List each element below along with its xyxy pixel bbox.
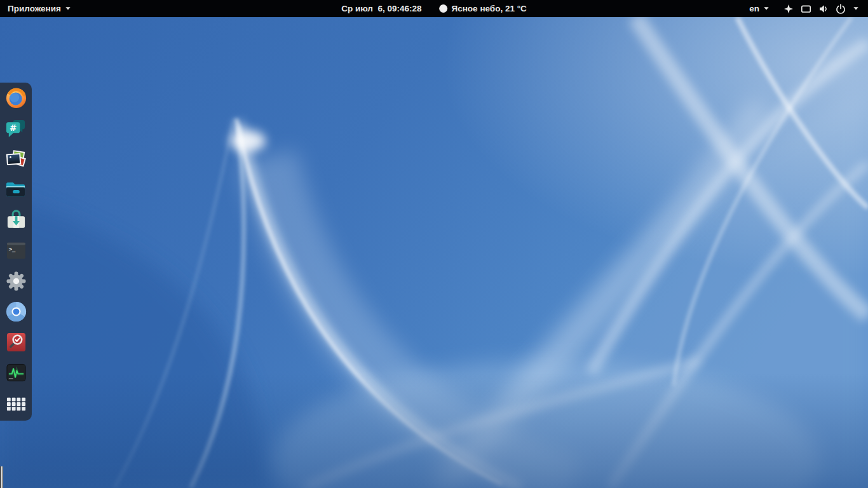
dock-item-system-monitor[interactable] bbox=[0, 357, 32, 388]
dock-item-files[interactable] bbox=[0, 174, 32, 205]
chromium-icon bbox=[5, 301, 27, 323]
svg-text:#: # bbox=[9, 122, 16, 132]
display-icon bbox=[801, 4, 811, 14]
dock-item-photos[interactable] bbox=[0, 144, 32, 174]
polari-chat-icon: # bbox=[5, 118, 27, 140]
weather-label: Ясное небо, 21 °C bbox=[452, 4, 527, 13]
software-bag-icon bbox=[5, 209, 27, 231]
photos-stack-icon bbox=[5, 148, 27, 170]
show-applications-grid-icon bbox=[5, 392, 27, 414]
chevron-down-icon bbox=[853, 6, 859, 11]
dock-item-polari[interactable]: # bbox=[0, 113, 32, 144]
dock-item-settings[interactable] bbox=[0, 266, 32, 296]
weather-button[interactable]: Ясное небо, 21 °C bbox=[432, 0, 534, 17]
keyboard-layout-label: en bbox=[749, 4, 759, 13]
dock-item-software[interactable] bbox=[0, 205, 32, 235]
keyboard-layout-button[interactable]: en bbox=[744, 0, 775, 17]
clock-label: Ср июл 6, 09:46:28 bbox=[341, 4, 421, 13]
files-folder-icon bbox=[5, 179, 27, 201]
clear-sky-icon bbox=[440, 4, 448, 13]
dock: # >_ bbox=[0, 83, 32, 421]
dock-item-firefox[interactable] bbox=[0, 83, 32, 113]
settings-gear-icon bbox=[5, 270, 27, 292]
window-edge-sliver bbox=[0, 466, 3, 488]
selinux-alert-icon bbox=[5, 331, 27, 353]
power-icon bbox=[836, 4, 846, 14]
clock-button[interactable]: Ср июл 6, 09:46:28 bbox=[334, 0, 429, 17]
dock-item-terminal[interactable]: >_ bbox=[0, 235, 32, 266]
top-bar: Приложения Ср июл 6, 09:46:28 Ясное небо… bbox=[0, 0, 868, 17]
location-icon bbox=[783, 4, 794, 14]
applications-menu-label: Приложения bbox=[8, 4, 61, 13]
system-menu-button[interactable] bbox=[775, 0, 864, 17]
terminal-icon: >_ bbox=[5, 240, 27, 262]
firefox-icon bbox=[5, 87, 27, 109]
applications-menu-button[interactable]: Приложения bbox=[0, 0, 79, 17]
system-monitor-icon bbox=[5, 362, 27, 384]
clock-weather-group: Ср июл 6, 09:46:28 Ясное небо, 21 °C bbox=[334, 0, 534, 17]
chevron-down-icon bbox=[763, 6, 770, 11]
dock-item-show-applications[interactable] bbox=[0, 388, 32, 418]
dock-item-chromium[interactable] bbox=[0, 296, 32, 327]
dock-item-selinux-alert[interactable] bbox=[0, 327, 32, 357]
svg-text:>_: >_ bbox=[8, 245, 15, 252]
topbar-right-group: en bbox=[744, 0, 868, 17]
volume-icon bbox=[818, 4, 829, 14]
chevron-down-icon bbox=[65, 6, 71, 11]
wallpaper bbox=[0, 17, 868, 488]
